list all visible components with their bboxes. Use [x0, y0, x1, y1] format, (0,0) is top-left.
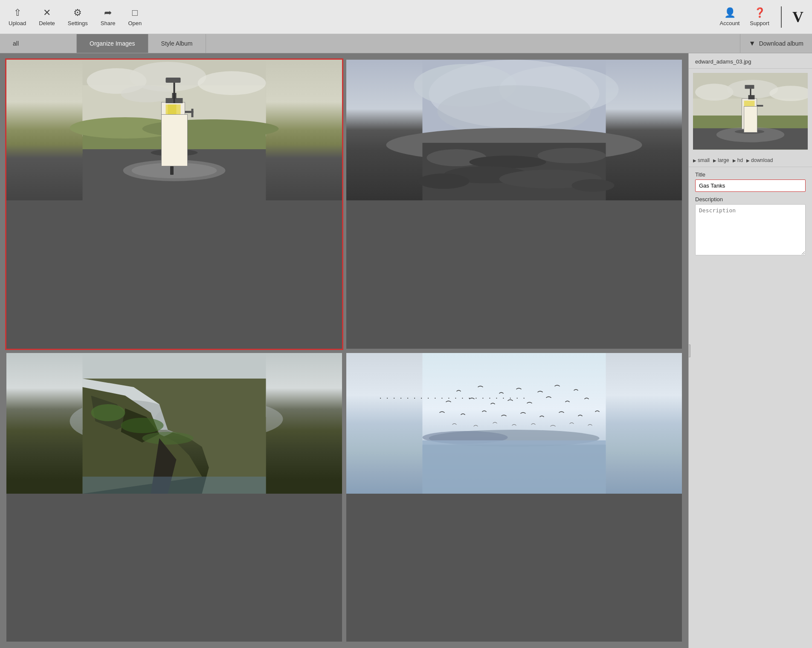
size-large-button[interactable]: ▶ large	[713, 157, 729, 163]
svg-point-45	[121, 418, 164, 433]
image-rocky	[346, 60, 682, 200]
sidebar-filename: edward_adams_03.jpg	[689, 53, 812, 69]
size-download-button[interactable]: ▶ download	[746, 157, 773, 163]
svg-rect-68	[745, 85, 754, 89]
support-button[interactable]: ❓ Support	[747, 7, 772, 26]
svg-point-44	[91, 404, 125, 421]
tab-organize-label: Organize Images	[90, 40, 135, 47]
sidebar-collapse-button[interactable]: ►	[688, 344, 690, 357]
toolbar-right: 👤 Account ❓ Support V	[717, 6, 803, 28]
size-large-label: large	[718, 157, 729, 163]
size-hd-label: hd	[737, 157, 743, 163]
sidebar-size-options: ▶ small ▶ large ▶ hd ▶ download	[689, 154, 812, 167]
support-label: Support	[750, 20, 769, 26]
delete-icon: ✕	[43, 7, 51, 18]
image-gas-station	[6, 60, 342, 200]
open-label: Open	[128, 20, 142, 26]
svg-point-35	[572, 179, 615, 192]
image-grid	[0, 53, 688, 648]
delete-button[interactable]: ✕ Delete	[39, 7, 55, 26]
svg-point-4	[198, 71, 266, 95]
main-layout: ► edward_adams_03.jpg	[0, 53, 812, 648]
svg-point-46	[142, 432, 194, 445]
support-icon: ❓	[754, 7, 766, 18]
svg-point-34	[418, 174, 470, 189]
svg-point-7	[70, 117, 181, 139]
description-label: Description	[695, 196, 806, 202]
nav-tabs: all Organize Images Style Album ▼ Downlo…	[0, 34, 812, 53]
size-download-label: download	[751, 157, 773, 163]
account-button[interactable]: 👤 Account	[717, 7, 742, 26]
toolbar-left: ⇧ Upload ✕ Delete ⚙ Settings ➦ Share □ O…	[9, 7, 717, 26]
svg-point-8	[142, 119, 279, 138]
tab-all[interactable]: all	[0, 34, 77, 53]
share-label: Share	[101, 20, 116, 26]
description-textarea[interactable]	[695, 204, 806, 255]
size-hd-button[interactable]: ▶ hd	[733, 157, 743, 163]
upload-button[interactable]: ⇧ Upload	[9, 7, 26, 26]
tab-organize[interactable]: Organize Images	[77, 34, 148, 53]
svg-point-11	[132, 163, 217, 178]
title-input[interactable]	[695, 179, 806, 192]
svg-rect-66	[748, 95, 755, 99]
sidebar-preview	[689, 69, 812, 154]
title-label: Title	[695, 171, 806, 178]
image-cell-4[interactable]	[346, 353, 682, 642]
delete-label: Delete	[39, 20, 55, 26]
svg-rect-49	[83, 477, 266, 494]
image-hd-icon: ▶	[733, 158, 736, 163]
image-cliff	[6, 353, 342, 494]
svg-point-57	[695, 84, 734, 101]
image-large-icon: ▶	[713, 158, 716, 163]
svg-point-62	[716, 127, 784, 142]
share-button[interactable]: ➦ Share	[101, 7, 116, 26]
svg-point-5	[121, 85, 172, 102]
sidebar-preview-image	[693, 73, 808, 150]
toolbar: ⇧ Upload ✕ Delete ⚙ Settings ➦ Share □ O…	[0, 0, 812, 34]
open-icon: □	[132, 7, 138, 18]
image-small-icon: ▶	[693, 158, 696, 163]
svg-rect-65	[757, 105, 763, 107]
toolbar-divider	[781, 6, 782, 28]
settings-icon: ⚙	[73, 7, 82, 18]
download-label: Download album	[759, 40, 803, 47]
svg-rect-64	[744, 101, 755, 116]
image-birds	[346, 353, 682, 494]
svg-point-69	[735, 130, 765, 134]
sidebar: ► edward_adams_03.jpg	[688, 53, 812, 648]
size-small-button[interactable]: ▶ small	[693, 157, 710, 163]
settings-label: Settings	[68, 20, 88, 26]
open-button[interactable]: □ Open	[128, 7, 142, 26]
account-label: Account	[720, 20, 740, 26]
image-cell-2[interactable]	[346, 60, 682, 349]
svg-rect-67	[750, 88, 751, 95]
upload-icon: ⇧	[14, 7, 21, 18]
download-size-icon: ▶	[746, 158, 750, 163]
svg-rect-20	[166, 78, 181, 83]
settings-button[interactable]: ⚙ Settings	[68, 7, 88, 26]
brand-logo: V	[792, 8, 803, 26]
upload-label: Upload	[9, 20, 26, 26]
tab-all-label: all	[13, 40, 19, 47]
download-icon: ▼	[749, 40, 756, 47]
account-icon: 👤	[724, 7, 736, 18]
tab-style[interactable]: Style Album	[148, 34, 206, 53]
image-cell-1[interactable]	[6, 60, 342, 349]
svg-rect-14	[168, 104, 177, 126]
size-small-label: small	[698, 157, 710, 163]
image-cell-3[interactable]	[6, 353, 342, 642]
download-album-button[interactable]: ▼ Download album	[740, 34, 812, 53]
svg-rect-54	[423, 445, 606, 494]
share-icon: ➦	[104, 7, 112, 18]
svg-point-31	[538, 148, 606, 163]
svg-rect-16	[191, 109, 194, 117]
svg-point-21	[151, 149, 198, 156]
sidebar-form: Title Description	[689, 167, 812, 261]
svg-rect-19	[174, 81, 175, 103]
tab-style-label: Style Album	[161, 40, 193, 47]
